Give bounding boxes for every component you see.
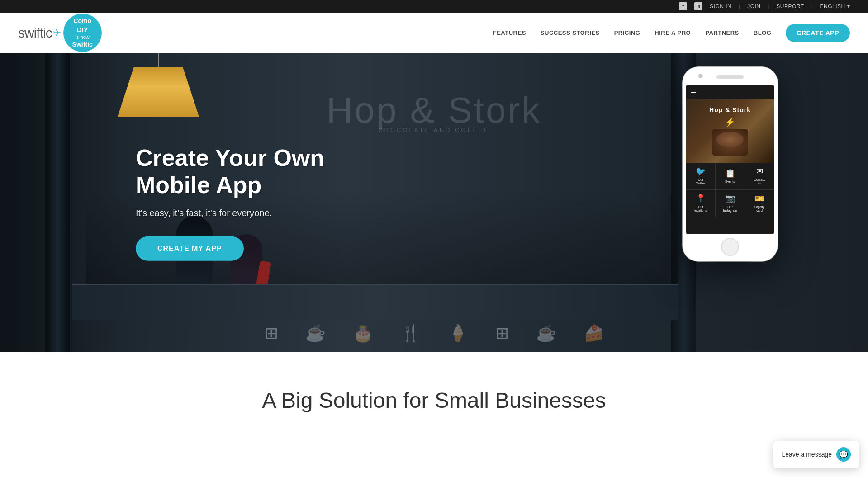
screen-hero-image: Hop & Stork ⚡: [686, 99, 774, 163]
screen-logo-icon: ⚡: [725, 117, 735, 127]
coffee-cup-image: [712, 129, 748, 156]
bar-counter: [72, 284, 678, 320]
create-my-app-button[interactable]: CREATE MY APP: [136, 236, 244, 260]
nav-blog[interactable]: BLOG: [754, 29, 772, 36]
bottom-section: A Big Solution for Small Businesses: [0, 352, 868, 449]
hero-title: Create Your Own Mobile App: [136, 145, 398, 199]
location-icon: 📍: [696, 194, 706, 203]
hero-section: Hop & Stork CHOCOLATE AND COFFEE Create …: [0, 53, 868, 352]
phone-home-button[interactable]: [721, 238, 739, 256]
linkedin-icon[interactable]: in: [694, 2, 702, 10]
main-navigation: swiftic ✈ Como DIY is now Swiftic FEATUR…: [0, 13, 868, 53]
hamburger-icon: ☰: [691, 89, 697, 96]
chat-widget[interactable]: Leave a message 💬: [773, 441, 859, 449]
hero-icons-row: ⊞ ☕ 🎂 🍴 🍦 ⊞ ☕ 🍰: [0, 324, 868, 343]
lamp-cord: [158, 53, 159, 67]
loyalty-icon: 🎫: [754, 194, 764, 203]
divider-3: |: [811, 4, 813, 9]
create-app-button[interactable]: CREATE APP: [786, 24, 850, 42]
nav-success-stories[interactable]: SUCCESS STORIES: [541, 29, 600, 36]
contact-label: Contactus: [754, 178, 765, 186]
stork-icon: ⚡: [725, 117, 735, 127]
bottom-title: A Big Solution for Small Businesses: [18, 388, 850, 413]
nav-features[interactable]: FEATURES: [493, 29, 526, 36]
events-label: Events: [725, 180, 735, 184]
hero-subtitle: It's easy, it's fast, it's for everyone.: [136, 208, 398, 218]
twitter-icon: 🐦: [696, 166, 706, 176]
divider-1: |: [739, 4, 740, 9]
loyalty-label: Loyaltycard: [754, 205, 764, 213]
screen-grid-twitter[interactable]: 🐦 OurTwitter: [686, 163, 715, 189]
icon-cake2: 🍰: [583, 324, 604, 343]
logo-area: swiftic ✈ Como DIY is now Swiftic: [18, 14, 102, 52]
screen-grid-contact[interactable]: ✉ Contactus: [745, 163, 774, 189]
language-selector[interactable]: ENGLISH ▾: [820, 3, 850, 9]
nav-pricing[interactable]: PRICING: [614, 29, 640, 36]
nav-links: FEATURES SUCCESS STORIES PRICING HIRE A …: [493, 24, 850, 42]
como-diy-bubble: Como DIY is now Swiftic: [63, 14, 102, 52]
chat-icon: 💬: [836, 447, 851, 449]
phone-camera: [698, 74, 703, 78]
contact-icon: ✉: [756, 166, 763, 176]
icon-coffee2: ☕: [536, 324, 556, 343]
support-link[interactable]: SUPPORT: [776, 3, 804, 9]
screen-logo: Hop & Stork: [709, 106, 751, 113]
nav-hire-a-pro[interactable]: HIRE A PRO: [655, 29, 691, 36]
join-link[interactable]: JOIN: [747, 3, 760, 9]
top-bar: f in SIGN IN | JOIN | SUPPORT | ENGLISH …: [0, 0, 868, 13]
events-icon: 📋: [725, 168, 735, 178]
icon-cake: 🎂: [353, 324, 373, 343]
phone-mockup: ☰ Hop & Stork ⚡ 🐦 OurTwitter: [683, 67, 778, 261]
swiftic-wordmark[interactable]: swiftic ✈: [18, 25, 61, 41]
phone-speaker: [716, 75, 744, 79]
instagram-icon: 📷: [725, 194, 735, 203]
locations-label: Ourlocations: [694, 205, 707, 213]
facebook-icon[interactable]: f: [679, 2, 687, 10]
instagram-label: OurInstagram: [723, 205, 737, 213]
screen-header: ☰: [686, 85, 774, 99]
icon-icecream: 🍦: [448, 324, 468, 343]
nav-partners[interactable]: PARTNERS: [705, 29, 739, 36]
screen-grid-menu: 🐦 OurTwitter 📋 Events ✉ Contactus 📍 Ourl…: [686, 163, 774, 217]
icon-coffee: ☕: [305, 324, 326, 343]
screen-grid-events[interactable]: 📋 Events: [716, 163, 745, 189]
coffee-surface: [716, 132, 744, 147]
divider-2: |: [768, 4, 769, 9]
signin-link[interactable]: SIGN IN: [710, 3, 731, 9]
phone-screen: ☰ Hop & Stork ⚡ 🐦 OurTwitter: [686, 85, 774, 234]
screen-grid-instagram[interactable]: 📷 OurInstagram: [716, 190, 745, 217]
swiftic-bird-icon: ✈: [53, 28, 61, 38]
icon-qr2: ⊞: [495, 324, 509, 343]
icon-qr: ⊞: [265, 324, 278, 343]
icon-utensils: 🍴: [400, 324, 421, 343]
screen-grid-loyalty[interactable]: 🎫 Loyaltycard: [745, 190, 774, 217]
hero-content: Create Your Own Mobile App It's easy, it…: [136, 145, 398, 261]
swiftic-text: swiftic: [18, 25, 52, 41]
screen-grid-locations[interactable]: 📍 Ourlocations: [686, 190, 715, 217]
twitter-label: OurTwitter: [696, 178, 706, 186]
